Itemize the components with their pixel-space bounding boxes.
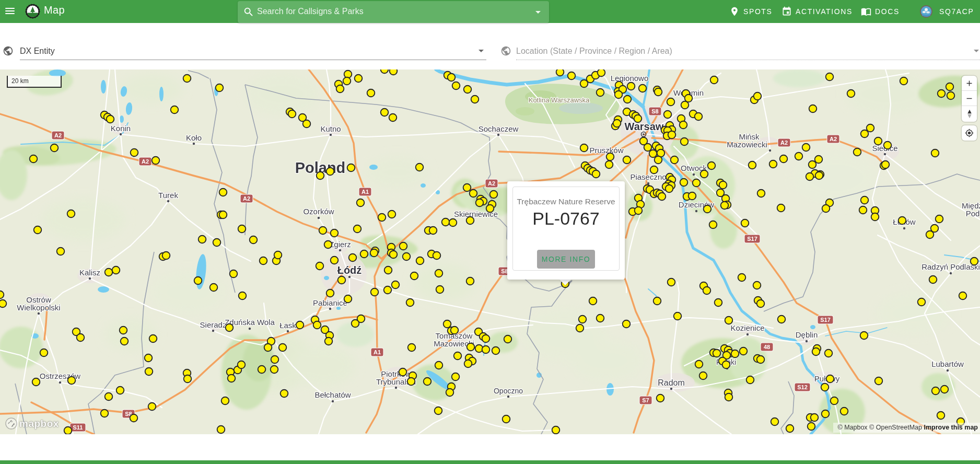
svg-text:S8: S8 — [651, 108, 658, 114]
svg-text:S7: S7 — [642, 397, 649, 403]
svg-text:Kalisz: Kalisz — [79, 268, 100, 277]
svg-text:S11: S11 — [73, 424, 83, 431]
svg-text:Turek: Turek — [158, 191, 178, 200]
svg-text:Konin: Konin — [111, 124, 131, 133]
svg-text:Piaseczno: Piaseczno — [630, 172, 666, 181]
svg-text:S17: S17 — [820, 317, 831, 323]
svg-text:A2: A2 — [830, 136, 837, 142]
svg-text:Opoczno: Opoczno — [494, 387, 523, 395]
svg-text:Ozorków: Ozorków — [303, 207, 334, 216]
svg-text:A1: A1 — [374, 349, 381, 355]
svg-text:Warsaw: Warsaw — [625, 121, 664, 132]
svg-text:A2: A2 — [142, 158, 149, 165]
svg-text:Pabianice: Pabianice — [313, 298, 347, 307]
svg-text:Łask: Łask — [279, 321, 296, 330]
svg-text:Kotlina Warszawska: Kotlina Warszawska — [529, 96, 590, 104]
svg-text:48: 48 — [764, 344, 770, 350]
svg-text:Zgierz: Zgierz — [329, 240, 351, 249]
svg-text:S12: S12 — [797, 384, 808, 390]
svg-text:Koło: Koło — [186, 133, 202, 142]
svg-text:Lubartów: Lubartów — [931, 359, 964, 368]
svg-text:A2: A2 — [243, 195, 250, 202]
svg-text:Sochaczew: Sochaczew — [479, 124, 519, 133]
svg-text:Sieradz: Sieradz — [200, 320, 227, 329]
svg-text:Mazowiecki: Mazowiecki — [727, 140, 767, 149]
svg-text:Kutno: Kutno — [320, 124, 341, 133]
svg-text:A2: A2 — [780, 140, 788, 146]
svg-text:Legionowo: Legionowo — [611, 74, 649, 83]
svg-text:Dęblin: Dęblin — [796, 330, 818, 339]
svg-text:Pod: Pod — [966, 209, 980, 218]
svg-text:S17: S17 — [747, 236, 757, 242]
svg-text:A2: A2 — [488, 180, 495, 187]
svg-text:Kozienice: Kozienice — [730, 323, 764, 332]
svg-text:Bełchatów: Bełchatów — [314, 390, 351, 399]
svg-text:Radom: Radom — [658, 378, 685, 387]
svg-text:Pruszków: Pruszków — [589, 146, 623, 155]
svg-text:Łódź: Łódź — [337, 264, 362, 276]
svg-text:Wielkopolski: Wielkopolski — [17, 303, 60, 312]
svg-text:A2: A2 — [54, 132, 62, 138]
svg-text:A1: A1 — [361, 189, 369, 195]
